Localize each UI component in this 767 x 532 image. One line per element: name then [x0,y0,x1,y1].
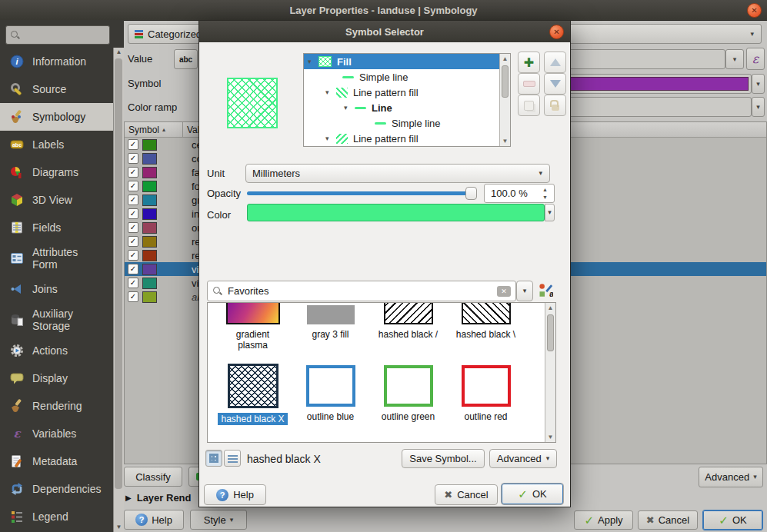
help-button[interactable]: ? Help [124,510,184,530]
filter-dropdown-button[interactable]: ▾ [516,281,533,301]
scroll-down-icon[interactable]: ▼ [500,136,510,146]
checkbox[interactable]: ✓ [128,236,138,247]
save-symbol-button[interactable]: Save Symbol... [402,449,485,468]
move-up-button[interactable] [544,52,566,73]
symbol-cell-hashed-black-x[interactable]: hashed black X [214,364,292,425]
checkbox[interactable]: ✓ [128,291,138,302]
tree-item-line-pattern-fill[interactable]: ▾ Line pattern fill [304,131,499,146]
tree-item-fill[interactable]: ▾ Fill [304,54,499,69]
checkbox[interactable]: ✓ [128,208,138,219]
sidebar-item-diagrams[interactable]: Diagrams [0,158,114,186]
ok-button[interactable]: ✓ OK [501,483,564,505]
help-button[interactable]: ? Help [204,484,266,505]
cancel-button[interactable]: ✖ Cancel [638,510,698,530]
duplicate-layer-button[interactable] [518,95,540,116]
style-manager-icon[interactable]: a [538,283,553,298]
advanced-button[interactable]: Advanced ▾ [489,449,557,468]
symbol-cell-hashed-black-slash[interactable]: hashed black / [369,303,447,351]
expression-builder-button[interactable]: ε [746,48,765,70]
list-view-button[interactable] [224,450,241,467]
sidebar-scrollbar[interactable]: ▲ ▼ [113,48,124,532]
remove-symbol-layer-button[interactable] [518,73,540,95]
column-header-value[interactable]: Val [183,122,199,137]
expander-icon[interactable]: ▾ [325,135,336,142]
sidebar-item-metadata[interactable]: Metadata [0,447,114,475]
scroll-up-icon[interactable]: ▲ [114,48,124,57]
icon-view-button[interactable] [205,450,222,467]
sidebar-item-labels[interactable]: abc Labels [0,131,114,158]
dialog-close-button[interactable]: ✕ [549,25,564,39]
sidebar-item-display[interactable]: Display [0,364,114,392]
checkbox[interactable]: ✓ [128,167,138,178]
sidebar-item-joins[interactable]: Joins [0,275,114,303]
layer-rendering-section[interactable]: ▶ Layer Rend [125,492,192,504]
value-dropdown-button[interactable]: ▾ [725,49,744,69]
scrollbar-thumb[interactable] [547,314,554,351]
checkbox[interactable]: ✓ [128,195,138,205]
scroll-up-icon[interactable]: ▲ [500,54,510,64]
add-symbol-layer-button[interactable]: ✚ [518,52,540,73]
tree-item-simple-line[interactable]: Simple line [304,115,499,131]
sidebar-item-fields[interactable]: Fields [0,214,114,241]
ok-button[interactable]: ✓ OK [702,510,763,530]
sidebar-item-source[interactable]: Source [0,75,114,103]
expander-icon[interactable]: ▾ [308,58,318,65]
sidebar-item-dependencies[interactable]: Dependencies [0,475,114,503]
color-swatch-button[interactable] [247,204,545,221]
unit-combobox[interactable]: Millimeters ▾ [245,164,550,183]
symbol-cell-gray-3-fill[interactable]: gray 3 fill [292,303,369,351]
checkbox[interactable]: ✓ [128,153,138,164]
checkbox[interactable]: ✓ [128,181,138,191]
color-dropdown-button[interactable]: ▾ [545,204,555,221]
scroll-down-icon[interactable]: ▼ [545,432,555,442]
checkbox[interactable]: ✓ [128,139,138,150]
style-button[interactable]: Style ▾ [190,510,247,530]
color-ramp-dropdown-button[interactable]: ▾ [752,97,765,117]
checkbox[interactable]: ✓ [128,278,138,288]
clear-search-icon[interactable]: ✕ [497,286,511,297]
sidebar-item-3d-view[interactable]: 3D View [0,186,114,214]
style-filter-input[interactable]: Favorites ✕ [207,281,516,301]
opacity-slider-handle[interactable] [465,187,477,200]
sidebar-item-rendering[interactable]: Rendering [0,392,114,420]
sidebar-item-attributes-form[interactable]: Attributes Form [0,241,114,275]
scroll-up-icon[interactable]: ▲ [545,303,555,313]
classify-button[interactable]: Classify [124,467,182,487]
sidebar-item-information[interactable]: i Information [0,48,114,75]
tree-item-line-pattern-fill[interactable]: ▾ Line pattern fill [304,85,499,100]
grid-scrollbar[interactable]: ▲ ▼ [545,303,555,442]
symbol-dropdown-button[interactable]: ▾ [752,74,765,94]
sidebar-item-auxiliary-storage[interactable]: Auxiliary Storage [0,303,114,337]
sidebar-item-legend[interactable]: Legend [0,503,114,530]
scrollbar-thumb[interactable] [502,65,509,98]
checkbox[interactable]: ✓ [128,222,138,233]
sidebar-search-input[interactable] [5,25,110,45]
symbol-cell-outline-red[interactable]: outline red [447,364,525,425]
sidebar-item-variables[interactable]: ε Variables [0,420,114,447]
checkbox[interactable]: ✓ [128,250,138,261]
checkbox[interactable]: ✓ [128,264,138,274]
sidebar-item-symbology[interactable]: Symbology [0,103,114,131]
apply-button[interactable]: ✓ Apply [574,510,633,530]
symbol-cell-outline-blue[interactable]: outline blue [292,364,369,425]
scrollbar-thumb[interactable] [115,58,122,489]
window-close-button[interactable]: ✕ [747,3,762,18]
column-header-symbol[interactable]: Symbol ▴ [125,122,183,137]
sidebar-item-actions[interactable]: Actions [0,337,114,364]
tree-item-line[interactable]: ▾ Line [304,100,499,115]
symbol-cell-outline-green[interactable]: outline green [369,364,447,425]
tree-scrollbar[interactable]: ▲ ▼ [499,54,510,146]
symbol-cell-hashed-black-backslash[interactable]: hashed black \ [447,303,525,351]
symbol-cell-gradient-plasma[interactable]: gradient plasma [214,303,292,351]
advanced-button[interactable]: Advanced ▾ [699,467,763,487]
cancel-button[interactable]: ✖ Cancel [435,484,498,505]
opacity-slider[interactable] [247,191,467,195]
scroll-down-icon[interactable]: ▼ [114,523,124,532]
expander-icon[interactable]: ▾ [325,88,336,96]
expander-icon[interactable]: ▾ [344,104,355,111]
value-type-badge[interactable]: abc [174,49,198,69]
lock-colors-button[interactable] [544,95,566,116]
move-down-button[interactable] [544,73,566,95]
spinbox-arrows[interactable]: ▲▼ [542,185,548,201]
tree-item-simple-line[interactable]: Simple line [304,69,499,85]
